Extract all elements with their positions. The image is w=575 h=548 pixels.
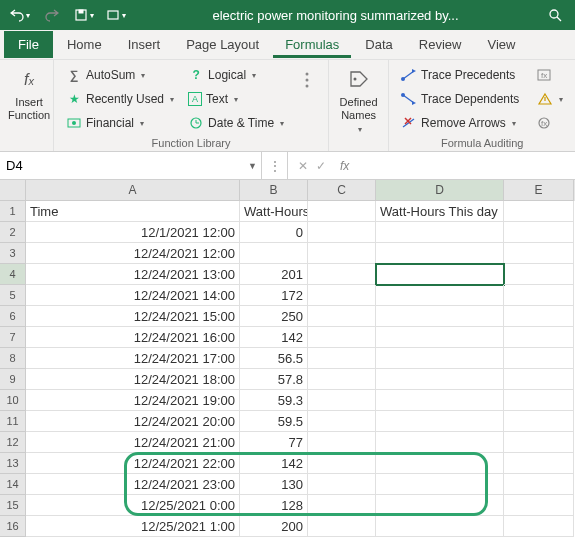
tab-pagelayout[interactable]: Page Layout [174, 31, 271, 58]
evaluate-button[interactable]: fx [533, 112, 567, 134]
cell[interactable] [376, 516, 504, 537]
cell[interactable] [308, 474, 376, 495]
cell[interactable] [308, 453, 376, 474]
defined-names-button[interactable]: Defined Names ▾ [337, 64, 380, 138]
cell[interactable]: 130 [240, 474, 308, 495]
cell[interactable] [308, 495, 376, 516]
cell[interactable]: Time [26, 201, 240, 222]
cell[interactable] [504, 432, 574, 453]
cell[interactable] [504, 285, 574, 306]
tab-review[interactable]: Review [407, 31, 474, 58]
cell[interactable] [376, 453, 504, 474]
row-header[interactable]: 9 [0, 369, 26, 390]
row-header[interactable]: 13 [0, 453, 26, 474]
cell[interactable] [504, 222, 574, 243]
cell[interactable] [504, 306, 574, 327]
row-header[interactable]: 12 [0, 432, 26, 453]
col-header-c[interactable]: C [308, 180, 376, 201]
cell[interactable] [308, 243, 376, 264]
cell[interactable] [376, 432, 504, 453]
cell[interactable]: 12/24/2021 23:00 [26, 474, 240, 495]
cell[interactable]: 12/24/2021 14:00 [26, 285, 240, 306]
text-button[interactable]: AText▾ [184, 88, 288, 110]
cell[interactable] [308, 306, 376, 327]
cell[interactable] [504, 201, 574, 222]
cell[interactable] [308, 516, 376, 537]
row-header[interactable]: 6 [0, 306, 26, 327]
cell[interactable]: 59.5 [240, 411, 308, 432]
cell[interactable]: 12/25/2021 1:00 [26, 516, 240, 537]
tab-file[interactable]: File [4, 31, 53, 58]
spreadsheet-grid[interactable]: A B C D E 1 Time Watt-Hours Watt-Hours T… [0, 180, 575, 537]
cell[interactable]: 59.3 [240, 390, 308, 411]
cell[interactable] [376, 348, 504, 369]
qat-more-icon[interactable]: ▾ [102, 3, 130, 27]
trace-dependents-button[interactable]: Trace Dependents [397, 88, 523, 110]
financial-button[interactable]: Financial▾ [62, 112, 178, 134]
cell[interactable] [308, 285, 376, 306]
select-all-corner[interactable] [0, 180, 26, 201]
row-header[interactable]: 15 [0, 495, 26, 516]
cell[interactable]: 12/24/2021 22:00 [26, 453, 240, 474]
cell[interactable] [376, 327, 504, 348]
cell[interactable]: Watt-Hours [240, 201, 308, 222]
cell[interactable]: 12/24/2021 21:00 [26, 432, 240, 453]
trace-precedents-button[interactable]: Trace Precedents [397, 64, 523, 86]
cell[interactable]: 12/24/2021 16:00 [26, 327, 240, 348]
row-header[interactable]: 10 [0, 390, 26, 411]
cell[interactable] [504, 369, 574, 390]
cell[interactable] [504, 243, 574, 264]
cell[interactable] [308, 201, 376, 222]
cell[interactable] [376, 285, 504, 306]
cell[interactable] [308, 348, 376, 369]
cell[interactable] [376, 474, 504, 495]
cell[interactable]: 0 [240, 222, 308, 243]
col-header-e[interactable]: E [504, 180, 574, 201]
chevron-down-icon[interactable]: ▼ [248, 161, 257, 171]
expand-formula-icon[interactable]: ⋮ [262, 152, 288, 179]
col-header-a[interactable]: A [26, 180, 240, 201]
cell[interactable] [504, 495, 574, 516]
remove-arrows-button[interactable]: Remove Arrows▾ [397, 112, 523, 134]
cell[interactable] [504, 327, 574, 348]
col-header-b[interactable]: B [240, 180, 308, 201]
tab-data[interactable]: Data [353, 31, 404, 58]
row-header[interactable]: 14 [0, 474, 26, 495]
tab-formulas[interactable]: Formulas [273, 31, 351, 58]
cell[interactable]: 12/25/2021 0:00 [26, 495, 240, 516]
insert-function-button[interactable]: fx Insert Function [8, 64, 50, 124]
cell[interactable]: Watt-Hours This day [376, 201, 504, 222]
cell[interactable] [376, 411, 504, 432]
name-box-input[interactable] [6, 158, 255, 173]
tab-home[interactable]: Home [55, 31, 114, 58]
cell[interactable] [376, 495, 504, 516]
cell[interactable] [376, 369, 504, 390]
cell[interactable] [308, 390, 376, 411]
cancel-icon[interactable]: ✕ [298, 159, 308, 173]
cell[interactable]: 12/24/2021 13:00 [26, 264, 240, 285]
cell[interactable]: 57.8 [240, 369, 308, 390]
show-formulas-button[interactable]: fx [533, 64, 567, 86]
cell[interactable] [504, 453, 574, 474]
save-icon[interactable]: ▾ [70, 3, 98, 27]
cell[interactable] [504, 474, 574, 495]
cell[interactable] [504, 390, 574, 411]
row-header[interactable]: 2 [0, 222, 26, 243]
tab-view[interactable]: View [475, 31, 527, 58]
cell[interactable] [504, 516, 574, 537]
cell[interactable]: 12/24/2021 15:00 [26, 306, 240, 327]
cell[interactable] [240, 243, 308, 264]
error-check-button[interactable]: ▾ [533, 88, 567, 110]
cell[interactable]: 56.5 [240, 348, 308, 369]
row-header[interactable]: 16 [0, 516, 26, 537]
cell[interactable] [308, 432, 376, 453]
row-header[interactable]: 8 [0, 348, 26, 369]
cell[interactable]: 201 [240, 264, 308, 285]
enter-icon[interactable]: ✓ [316, 159, 326, 173]
cell[interactable] [504, 264, 574, 285]
more-functions-button[interactable] [294, 64, 320, 98]
col-header-d[interactable]: D [376, 180, 504, 201]
cell[interactable] [308, 327, 376, 348]
cell[interactable]: 250 [240, 306, 308, 327]
cell[interactable]: 128 [240, 495, 308, 516]
